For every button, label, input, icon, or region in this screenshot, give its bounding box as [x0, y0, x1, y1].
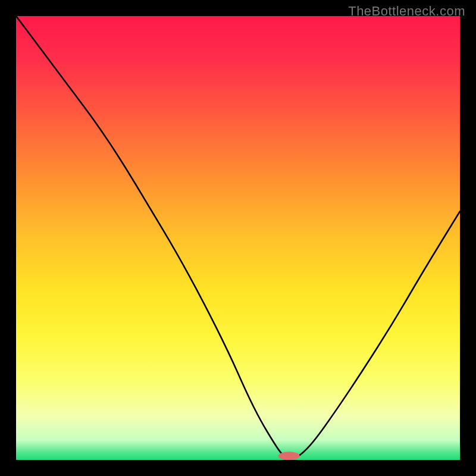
- optimal-marker: [278, 452, 300, 460]
- plot-area: [16, 16, 460, 460]
- gradient-background: [16, 16, 460, 460]
- chart-frame: TheBottleneck.com: [0, 0, 476, 476]
- bottleneck-chart: [16, 16, 460, 460]
